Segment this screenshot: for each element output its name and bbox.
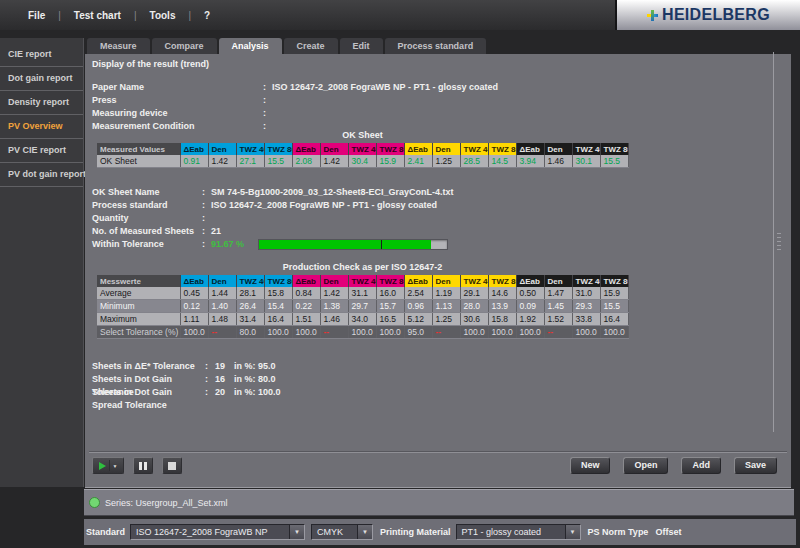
sidebar-item-pv-cie-report[interactable]: PV CIE report [0,139,83,163]
info-row-measuring-device: Measuring device: [92,107,498,120]
table-row-average: Average0.451.4428.115.80.841.4231.116.02… [97,287,628,300]
column-header-label: Measured Values [97,143,180,155]
cell: 15.4 [264,300,292,313]
menu-item-test-chart[interactable]: Test chart [74,10,121,21]
column-header-magenta-twz-40: TWZ 40% [348,143,376,155]
cell: 1.42 [320,287,348,300]
tab-compare[interactable]: Compare [152,38,217,54]
tolerance-marker [381,240,382,249]
tab-analysis[interactable]: Analysis [219,38,282,54]
info-row-ok-sheet-name: OK Sheet Name:SM 74-5-Bg1000-2009_03_12-… [92,186,454,199]
info-value: 21 [211,225,221,238]
cell: -- [208,326,236,339]
cell: 1.19 [432,287,460,300]
play-button[interactable]: ▼ [92,457,124,474]
row-label: Maximum [97,313,180,326]
cell: 0.22 [292,300,320,313]
heidelberg-cross-icon [647,10,658,21]
cell: 100.0 [376,326,404,339]
cell: 100.0 [180,326,208,339]
chevron-down-icon[interactable]: ▼ [289,525,304,539]
column-header-yellow-twz-80: TWZ 80% [488,275,516,287]
sidebar-item-pv-dot-gain-report[interactable]: PV dot gain report [0,163,83,187]
chevron-down-icon[interactable]: ▼ [109,460,118,471]
cell: 1.47 [544,287,572,300]
add-button[interactable]: Add [681,457,721,474]
cell: 15.8 [488,313,516,326]
info-row-quantity: Quantity: [92,212,454,225]
tab-process-standard[interactable]: Process standard [385,38,487,54]
cell: 1.25 [432,313,460,326]
chevron-down-icon[interactable]: ▼ [565,525,580,539]
cell: 28.1 [236,287,264,300]
cell: 16.0 [376,287,404,300]
cell: 27.1 [236,155,264,168]
summary-row-sheets-in-dot-gain-spread-tolerance: Sheets in Dot Gain Spread Tolerance:20in… [92,386,281,399]
ok-sheet-table-title: OK Sheet [97,130,628,143]
column-header-black-den: Den [544,143,572,155]
cell: 31.4 [236,313,264,326]
column-header-magenta-den: Den [320,143,348,155]
chevron-down-icon[interactable]: ▼ [357,525,372,539]
menu-item-tools[interactable]: Tools [150,10,176,21]
column-header-black-twz-80: TWZ 80% [600,143,628,155]
open-button[interactable]: Open [623,457,668,474]
vertical-splitter[interactable] [773,52,791,432]
cell: 1.45 [544,300,572,313]
summary-label: Sheets in Dot Gain Tolerance [92,373,205,386]
cell: 1.46 [544,155,572,168]
play-icon [99,462,106,470]
cell: 1.38 [320,300,348,313]
table-row-select-tolerance: Select Tolerance (%)100.0--80.0100.0100.… [97,326,628,339]
pause-button[interactable] [133,457,153,474]
standard-dropdown[interactable]: ISO 12647-2_2008 FograWB NP ▼ [130,524,305,540]
tolerance-summary: Sheets in ΔE* Tolerance:19in %: 95.0Shee… [92,360,281,399]
menu-separator: | [58,10,61,21]
row-label: Select Tolerance (%) [97,326,180,339]
column-header-yellow-den: Den [432,143,460,155]
column-header-yellow-twz-40: TWZ 40% [460,143,488,155]
sidebar-item-cie-report[interactable]: CIE report [0,43,83,67]
column-header-cyan-twz-40: TWZ 40% [236,275,264,287]
sidebar-item-pv-overview[interactable]: PV Overview [0,115,83,139]
tab-measure[interactable]: Measure [87,38,150,54]
column-header-magenta-eab: ΔEab [292,275,320,287]
table-header-row: MesswerteΔEabDenTWZ 40%TWZ 80%ΔEabDenTWZ… [97,275,628,287]
cell: 1.42 [208,155,236,168]
summary-count: 20 [215,386,234,399]
cell: 15.7 [376,300,404,313]
menu-bar: File|Test chart|Tools|? HEIDELBERG [0,0,800,30]
sidebar-item-dot-gain-report[interactable]: Dot gain report [0,67,83,91]
sidebar-item-density-report[interactable]: Density report [0,91,83,115]
save-button[interactable]: Save [734,457,777,474]
cell: 100.0 [348,326,376,339]
column-header-yellow-den: Den [432,275,460,287]
menu-separator: | [134,10,137,21]
series-label: Series: Usergroup_All_Set.xml [105,498,228,508]
ok-sheet-table: Measured ValuesΔEabDenTWZ 40%TWZ 80%ΔEab… [97,143,629,168]
splitter-grip-icon [777,233,781,251]
column-header-magenta-den: Den [320,275,348,287]
cell: 33.8 [572,313,600,326]
printing-material-dropdown[interactable]: PT1 - glossy coated ▼ [456,524,581,540]
cell: 26.4 [236,300,264,313]
colon: : [202,186,211,199]
tab-create[interactable]: Create [284,38,338,54]
cell: 29.1 [460,287,488,300]
menu-item-[interactable]: ? [204,10,210,21]
column-header-black-eab: ΔEab [516,275,544,287]
info-row-no-of-measured-sheets: No. of Measured Sheets:21 [92,225,454,238]
color-space-dropdown[interactable]: CMYK ▼ [311,524,373,540]
column-header-magenta-twz-40: TWZ 40% [348,275,376,287]
menu-item-file[interactable]: File [28,10,45,21]
column-header-yellow-eab: ΔEab [404,275,432,287]
column-header-cyan-den: Den [208,143,236,155]
tab-edit[interactable]: Edit [340,38,383,54]
new-button[interactable]: New [570,457,611,474]
tab-bar: MeasureCompareAnalysisCreateEditProcess … [87,38,486,54]
cell: 14.6 [488,287,516,300]
summary-label: Sheets in Dot Gain Spread Tolerance [92,386,205,399]
stop-button[interactable] [162,457,182,474]
cell: 100.0 [460,326,488,339]
production-table-host: MesswerteΔEabDenTWZ 40%TWZ 80%ΔEabDenTWZ… [97,275,629,339]
